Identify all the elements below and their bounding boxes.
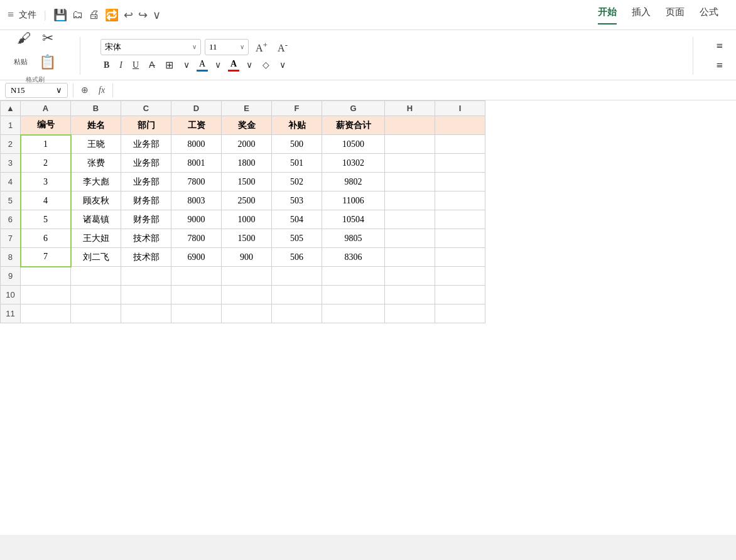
tab-kaishi[interactable]: 开始 [598, 6, 617, 24]
row-header[interactable]: 11 [1, 304, 21, 323]
copy-btn[interactable]: 📋 [35, 51, 60, 73]
file-menu[interactable]: 文件 [19, 9, 36, 21]
table-cell[interactable] [385, 304, 435, 323]
table-cell[interactable]: 503 [272, 191, 322, 210]
table-cell[interactable]: 11006 [322, 191, 385, 210]
col-header-c[interactable]: C [121, 101, 171, 116]
font-size-increase-btn[interactable]: A+ [252, 39, 271, 55]
font-size-decrease-btn[interactable]: A- [274, 39, 291, 55]
table-cell[interactable] [121, 286, 171, 304]
row-header[interactable]: 9 [1, 267, 21, 286]
cell-ref-box[interactable]: N15 ∨ [5, 83, 68, 98]
table-cell[interactable] [435, 173, 485, 191]
paste-btn[interactable]: 粘贴 [10, 55, 31, 69]
table-cell[interactable] [385, 229, 435, 248]
table-cell[interactable]: 编号 [21, 116, 71, 135]
table-cell[interactable] [385, 248, 435, 267]
table-cell[interactable]: 900 [222, 248, 272, 267]
table-cell[interactable] [435, 267, 485, 286]
table-cell[interactable]: 薪资合计 [322, 116, 385, 135]
table-cell[interactable]: 505 [272, 229, 322, 248]
table-cell[interactable] [272, 304, 322, 323]
save-icon[interactable]: 💾 [53, 8, 67, 22]
table-cell[interactable] [71, 304, 121, 323]
table-cell[interactable]: 诸葛镇 [71, 210, 121, 229]
table-cell[interactable]: 李大彪 [71, 173, 121, 191]
table-cell[interactable] [171, 267, 222, 286]
table-cell[interactable]: 10500 [322, 135, 385, 154]
format-brush-btn[interactable]: 🖌 [13, 28, 35, 49]
table-cell[interactable]: 1500 [222, 229, 272, 248]
formula-input[interactable] [118, 84, 731, 96]
row-header[interactable]: 1 [1, 116, 21, 135]
table-cell[interactable]: 财务部 [121, 191, 171, 210]
table-cell[interactable]: 顾友秋 [71, 191, 121, 210]
table-cell[interactable] [385, 210, 435, 229]
table-cell[interactable]: 5 [21, 210, 71, 229]
table-cell[interactable] [272, 267, 322, 286]
table-cell[interactable]: 1 [21, 135, 71, 154]
table-cell[interactable]: 6900 [171, 248, 222, 267]
table-cell[interactable]: 3 [21, 173, 71, 191]
table-cell[interactable] [322, 267, 385, 286]
table-cell[interactable] [222, 304, 272, 323]
table-cell[interactable]: 业务部 [121, 154, 171, 173]
table-cell[interactable] [435, 304, 485, 323]
table-cell[interactable] [435, 154, 485, 173]
table-cell[interactable]: 王大妞 [71, 229, 121, 248]
table-cell[interactable]: 部门 [121, 116, 171, 135]
table-cell[interactable]: 9802 [322, 173, 385, 191]
table-cell[interactable]: 刘二飞 [71, 248, 121, 267]
table-cell[interactable]: 工资 [171, 116, 222, 135]
table-cell[interactable]: 补贴 [272, 116, 322, 135]
eraser-chevron[interactable]: ∨ [276, 58, 289, 72]
table-cell[interactable] [385, 286, 435, 304]
open-icon[interactable]: 🗂 [72, 8, 84, 21]
table-cell[interactable]: 王晓 [71, 135, 121, 154]
bold-btn[interactable]: B [100, 59, 112, 72]
formula-fx-icon[interactable]: fx [96, 84, 107, 97]
font-size-select[interactable]: 11 ∨ [205, 39, 249, 55]
table-cell[interactable] [435, 135, 485, 154]
table-cell[interactable]: 1800 [222, 154, 272, 173]
row-header[interactable]: 4 [1, 173, 21, 191]
font-color-chevron[interactable]: ∨ [243, 58, 256, 72]
col-header-e[interactable]: E [222, 101, 272, 116]
table-cell[interactable]: 7800 [171, 173, 222, 191]
table-cell[interactable] [21, 286, 71, 304]
underline-btn[interactable]: U [129, 59, 142, 72]
col-header-i[interactable]: I [435, 101, 485, 116]
tab-gongshi[interactable]: 公式 [700, 6, 718, 24]
table-cell[interactable] [435, 191, 485, 210]
table-cell[interactable]: 2000 [222, 135, 272, 154]
fill-color-chevron[interactable]: ∨ [212, 58, 224, 72]
table-cell[interactable] [435, 210, 485, 229]
table-cell[interactable] [121, 304, 171, 323]
col-header-b[interactable]: B [71, 101, 121, 116]
table-cell[interactable]: 504 [272, 210, 322, 229]
table-cell[interactable] [385, 154, 435, 173]
row-header[interactable]: 8 [1, 248, 21, 267]
row-header[interactable]: 7 [1, 229, 21, 248]
undo-icon[interactable]: ↩ [124, 8, 133, 22]
more-icon[interactable]: ∨ [153, 8, 161, 22]
menu-icon[interactable]: ≡ [8, 8, 14, 21]
table-cell[interactable]: 技术部 [121, 248, 171, 267]
spreadsheet-container[interactable]: ▲ A B C D E F G H I 1编号姓名部门工资奖金补贴薪资合计21王… [0, 100, 736, 535]
fill-color-btn[interactable]: A [197, 59, 208, 72]
formula-search-icon[interactable]: ⊕ [78, 83, 91, 97]
table-cell[interactable]: 506 [272, 248, 322, 267]
table-cell[interactable]: 501 [272, 154, 322, 173]
table-cell[interactable]: 502 [272, 173, 322, 191]
table-cell[interactable] [435, 286, 485, 304]
table-cell[interactable] [71, 267, 121, 286]
table-cell[interactable]: 9805 [322, 229, 385, 248]
table-cell[interactable]: 2 [21, 154, 71, 173]
row-header[interactable]: 5 [1, 191, 21, 210]
table-cell[interactable]: 业务部 [121, 135, 171, 154]
col-header-d[interactable]: D [171, 101, 222, 116]
tab-charu[interactable]: 插入 [632, 6, 651, 24]
table-cell[interactable]: 4 [21, 191, 71, 210]
table-cell[interactable] [435, 116, 485, 135]
table-cell[interactable] [171, 304, 222, 323]
